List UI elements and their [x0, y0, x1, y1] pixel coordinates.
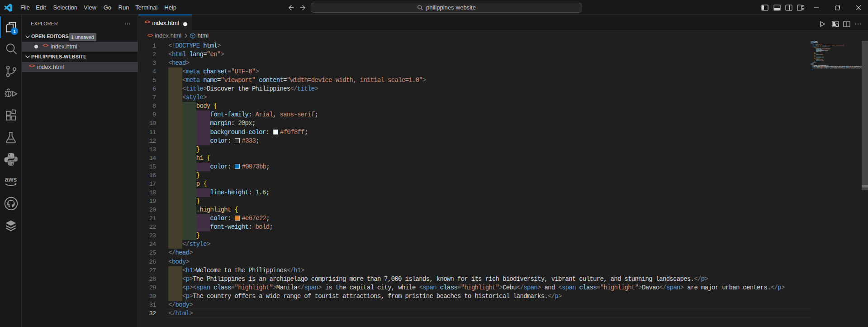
svg-text:aws: aws — [5, 176, 17, 183]
